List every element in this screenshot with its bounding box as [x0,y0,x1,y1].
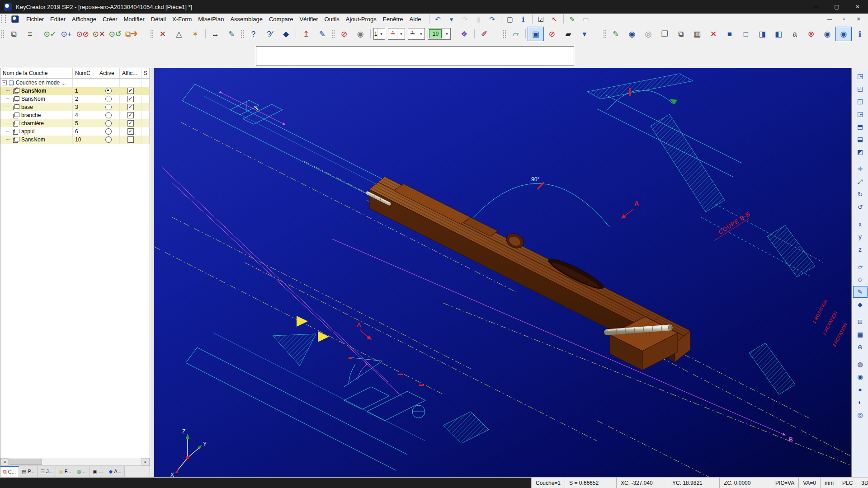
tab-j[interactable]: ☰J... [38,466,56,477]
column-header-3[interactable]: Affic... [120,68,142,78]
restore-visibility-icon[interactable]: ⊙↺ [107,27,123,41]
tab-monitor[interactable]: ▣... [90,466,106,477]
undo-history-dropdown[interactable]: ▾ [445,14,458,24]
menu-fentre[interactable]: Fenêtre [380,15,406,23]
line-style-combo[interactable]: 1▾ [408,28,425,40]
view-sphere-icon[interactable]: ◉ [624,27,640,41]
pen-width-combo-dropdown[interactable]: ▾ [443,28,450,39]
cube-half-icon[interactable]: ◨ [754,27,770,41]
tab-f[interactable]: ◎F... [56,466,74,477]
attribute-icon[interactable]: a [787,27,803,41]
layer-row-4[interactable]: branche4✓ [0,111,150,119]
layer-row-2[interactable]: SansNom2✓ [0,95,150,103]
view-axon-icon[interactable]: ◩ [853,146,868,158]
menu-xform[interactable]: X-Form [169,15,195,23]
menu-aide[interactable]: Aide [406,15,425,23]
query-entity-icon[interactable]: ?⁄ [261,27,278,41]
layer-row-1[interactable]: ✓SansNom1✓ [0,87,150,95]
view-back-icon[interactable]: ⬒ [853,121,868,132]
layer-group-row[interactable]: −❏Couches en mode ... [0,79,150,87]
cad-viewport[interactable]: 90° A A B COUPE B-B 1 ROTATION 2 ROTATIO… [154,68,852,477]
sketch-mode-icon[interactable]: ✎ [853,286,868,298]
visible-checkbox[interactable]: ✓ [127,112,134,118]
menu-modifier[interactable]: Modifier [120,15,147,23]
level-snap-icon[interactable]: ↥ [298,27,314,41]
toolbar-grip[interactable] [604,30,606,38]
solid-mode-icon[interactable]: ◆ [853,299,868,310]
mdi-restore-button[interactable]: ▫ [837,14,851,24]
maximize-button[interactable]: ▢ [826,0,847,14]
visible-checkbox[interactable]: ✓ [127,88,134,94]
file-properties-icon[interactable]: ℹ [517,14,530,24]
view-front-icon[interactable]: ◰ [853,83,868,94]
toolbar-grip[interactable] [241,30,244,38]
toolbar-grip[interactable] [151,30,153,38]
rotate-ccw-icon[interactable]: ↺ [853,201,868,213]
column-header-0[interactable]: Nom de la Couche [0,68,73,78]
mesh-icon[interactable]: ▦ [853,328,868,340]
menu-fichier[interactable]: Fichier [23,15,47,23]
layers-stack-icon[interactable]: ⧉ [673,27,689,41]
menu-dtail[interactable]: Détail [148,15,169,23]
menu-crer[interactable]: Créer [99,15,121,23]
explode-icon[interactable]: ✶ [187,27,203,41]
level-combo[interactable]: 1▾ [373,28,385,40]
visible-checkbox[interactable]: ✓ [127,128,134,135]
color-combo[interactable]: 1▾ [388,28,405,40]
command-prompt-box[interactable] [256,46,574,66]
sketch-edit-icon[interactable]: ✎ [223,27,240,41]
blank-entities-icon[interactable]: ⊘ [336,27,352,41]
active-radio[interactable] [105,88,112,94]
cube-open-icon[interactable]: ◧ [770,27,787,41]
window-icon[interactable]: ❐ [656,27,673,41]
render-active-icon[interactable]: ◉ [835,27,852,41]
pen-width-combo[interactable]: 10▾ [428,28,451,40]
visible-checkbox[interactable]: ✓ [127,120,134,127]
toolbar-grip[interactable] [503,30,506,38]
query-solid-icon[interactable]: ◆ [278,27,294,41]
mdi-minimize-button[interactable]: — [823,14,836,24]
move-to-layer-icon[interactable]: ⧉➜ [123,27,140,41]
column-header-2[interactable]: Active [97,68,120,78]
hide-layer-icon[interactable]: ⊙✕ [91,27,107,41]
snap-icon[interactable]: ⊕ [853,341,868,353]
render-solid-icon[interactable]: ● [853,384,868,395]
eraser-icon[interactable]: ▭ [579,14,593,24]
color-palette-icon[interactable]: ✐ [476,27,492,41]
show-layer-icon[interactable]: ⊙✓ [42,27,58,41]
tab-p[interactable]: ▤P... [19,466,38,477]
column-header-1[interactable]: NumC [73,68,97,78]
minimize-button[interactable]: — [806,0,826,14]
active-radio[interactable] [105,104,112,110]
globe-icon[interactable]: ◍ [853,358,868,370]
options-list-icon[interactable]: ☑ [534,14,548,24]
display-icon[interactable]: ◎ [853,409,868,421]
query-icon[interactable]: ? [245,27,261,41]
active-radio[interactable] [105,112,112,118]
active-radio[interactable] [105,136,112,143]
render-half-icon[interactable]: ◐ [853,396,868,408]
color-combo-dropdown[interactable]: ▾ [397,28,405,39]
menu-editer[interactable]: Editer [47,15,69,23]
sphere-delete-icon[interactable]: ⊗ [803,27,819,41]
add-visible-layer-icon[interactable]: ⊙+ [58,27,75,41]
info-edit-icon[interactable]: ℹ [852,27,868,41]
visible-checkbox[interactable]: ✓ [127,104,134,110]
clear-view-icon[interactable]: ⊘ [544,27,560,41]
active-radio[interactable] [105,120,112,127]
grid-icon[interactable]: ⊞ [853,316,868,328]
close-button[interactable]: ✕ [847,0,868,14]
panel-hscrollbar[interactable]: ◂ ▸ [0,458,150,465]
line-style-combo-dropdown[interactable]: ▾ [417,28,425,39]
scroll-right-arrow[interactable]: ▸ [142,458,150,465]
menu-affichage[interactable]: Affichage [69,15,99,23]
pan-icon[interactable]: ✛ [853,163,868,175]
plane-view-icon[interactable]: ▰ [560,27,576,41]
view-mode-icon[interactable]: ▣ [528,27,544,41]
tab-a[interactable]: ◆A... [106,466,125,477]
view-dropdown[interactable]: ▾ [576,27,593,41]
delete-icon[interactable]: ✕ [155,27,171,41]
scroll-thumb[interactable] [9,459,42,465]
scroll-left-arrow[interactable]: ◂ [0,458,9,465]
detail-pencils-icon[interactable]: ✎ [608,27,624,41]
